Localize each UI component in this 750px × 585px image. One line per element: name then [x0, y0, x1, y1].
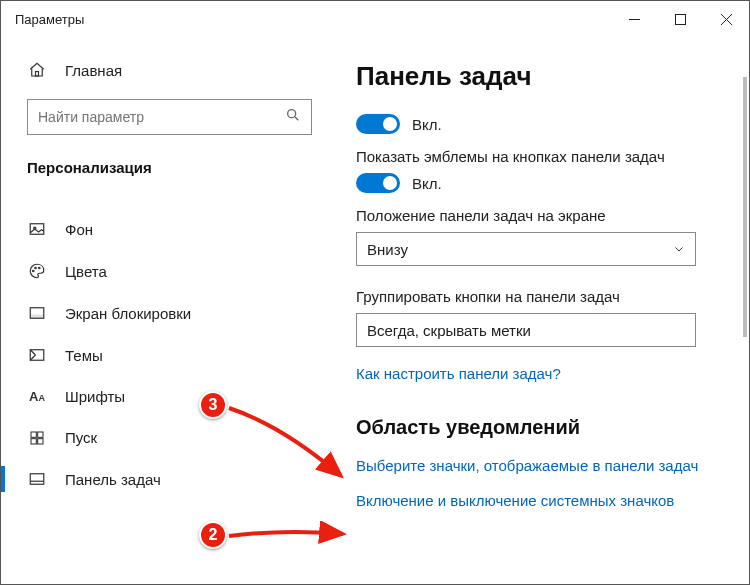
sidebar-item-label: Пуск	[65, 429, 97, 446]
section-title: Персонализация	[1, 153, 346, 190]
caption-position: Положение панели задач на экране	[356, 207, 731, 224]
palette-icon	[27, 262, 47, 280]
home-label: Главная	[65, 62, 122, 79]
select-group[interactable]: Всегда, скрывать метки	[356, 313, 696, 347]
search-input-wrap[interactable]	[27, 99, 312, 135]
svg-rect-19	[30, 474, 44, 485]
sidebar-item-lockscreen[interactable]: Экран блокировки	[1, 292, 346, 334]
home-icon	[27, 61, 47, 79]
svg-rect-1	[675, 14, 685, 24]
svg-rect-13	[30, 315, 44, 319]
titlebar: Параметры	[1, 1, 749, 37]
page-title: Панель задач	[356, 61, 731, 92]
link-select-icons[interactable]: Выберите значки, отображаемые в панели з…	[356, 457, 731, 474]
window-title: Параметры	[15, 12, 84, 27]
svg-point-9	[33, 270, 35, 272]
sidebar-item-themes[interactable]: Темы	[1, 334, 346, 376]
fonts-icon: AA	[27, 389, 47, 404]
chevron-down-icon	[673, 241, 685, 258]
home-nav[interactable]: Главная	[1, 53, 346, 87]
main-panel: Панель задач Вкл. Показать эмблемы на кн…	[346, 37, 749, 584]
toggle-1[interactable]	[356, 114, 400, 134]
search-input[interactable]	[38, 109, 285, 125]
help-link[interactable]: Как настроить панели задач?	[356, 365, 731, 382]
svg-rect-4	[36, 72, 39, 77]
annotation-badge-3: 3	[199, 391, 227, 419]
sidebar-item-fonts[interactable]: AA Шрифты	[1, 376, 346, 417]
close-button[interactable]	[703, 1, 749, 37]
svg-rect-17	[31, 438, 36, 443]
svg-rect-15	[31, 432, 36, 437]
svg-rect-16	[38, 432, 43, 437]
annotation-badge-2: 2	[199, 521, 227, 549]
start-icon	[27, 430, 47, 446]
toggle-1-label: Вкл.	[412, 116, 442, 133]
sidebar-item-label: Экран блокировки	[65, 305, 191, 322]
svg-point-5	[288, 110, 296, 118]
sidebar-item-label: Фон	[65, 221, 93, 238]
scrollbar[interactable]	[743, 77, 747, 337]
sidebar-item-label: Шрифты	[65, 388, 125, 405]
svg-rect-7	[30, 224, 44, 235]
minimize-button[interactable]	[611, 1, 657, 37]
sidebar-item-start[interactable]: Пуск	[1, 417, 346, 458]
sidebar-item-background[interactable]: Фон	[1, 208, 346, 250]
lockscreen-icon	[27, 304, 47, 322]
taskbar-icon	[27, 470, 47, 488]
maximize-button[interactable]	[657, 1, 703, 37]
sidebar-item-label: Темы	[65, 347, 103, 364]
sidebar: Главная Персонализация Фон Цвета Экран б…	[1, 37, 346, 584]
select-group-value: Всегда, скрывать метки	[367, 322, 531, 339]
svg-line-6	[295, 117, 298, 120]
toggle-2-label: Вкл.	[412, 175, 442, 192]
select-position[interactable]: Внизу	[356, 232, 696, 266]
toggle-2[interactable]	[356, 173, 400, 193]
link-system-icons[interactable]: Включение и выключение системных значков	[356, 492, 731, 509]
svg-point-10	[35, 267, 37, 269]
svg-point-11	[39, 267, 41, 269]
sidebar-item-label: Панель задач	[65, 471, 161, 488]
sidebar-item-colors[interactable]: Цвета	[1, 250, 346, 292]
svg-rect-18	[38, 438, 43, 443]
caption-group: Группировать кнопки на панели задач	[356, 288, 731, 305]
section-notifications: Область уведомлений	[356, 416, 731, 439]
caption-badges: Показать эмблемы на кнопках панели задач	[356, 148, 731, 165]
sidebar-item-taskbar[interactable]: Панель задач	[1, 458, 346, 500]
select-position-value: Внизу	[367, 241, 408, 258]
themes-icon	[27, 346, 47, 364]
search-icon	[285, 107, 301, 127]
sidebar-item-label: Цвета	[65, 263, 107, 280]
picture-icon	[27, 220, 47, 238]
